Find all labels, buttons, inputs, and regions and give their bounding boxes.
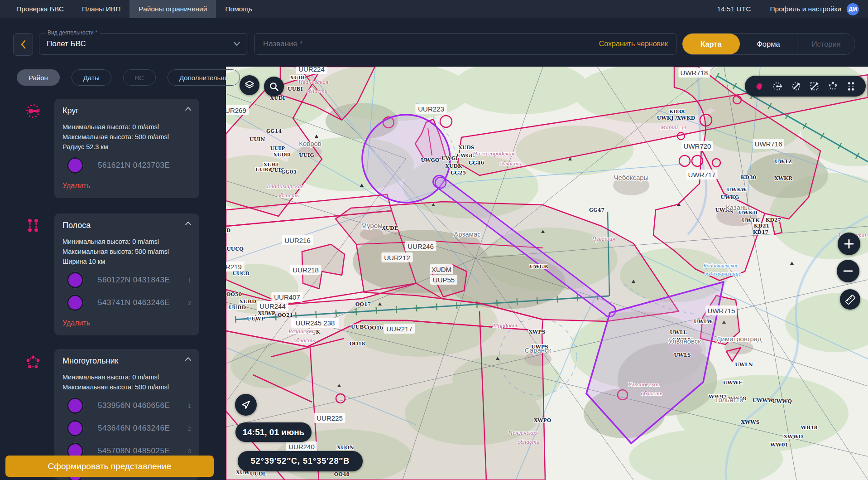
polygon-tool[interactable] xyxy=(826,79,839,93)
strip-zone-icon xyxy=(24,216,42,234)
map-search-button[interactable] xyxy=(264,77,284,97)
save-draft-button[interactable]: Сохранить черновик xyxy=(599,40,668,48)
color-swatch[interactable] xyxy=(67,295,83,311)
city-label: Чебоксары xyxy=(614,174,649,181)
zone-label: UWR718 xyxy=(681,69,708,77)
waypoint-label: XUDD xyxy=(273,152,290,158)
filter-chip[interactable]: ВС xyxy=(123,69,156,86)
card-info-line: Ширина 10 км xyxy=(62,257,191,267)
circle-tool[interactable] xyxy=(771,79,785,93)
card-points: 560122N 0431843E 1 543741N 0463246E 2 xyxy=(62,271,191,312)
name-field-placeholder: Название * xyxy=(263,39,302,48)
waypoint-label: UWKG xyxy=(721,194,739,200)
coordinate-value[interactable]: 533956N 0460656E xyxy=(98,401,170,410)
avatar[interactable]: ДМ xyxy=(847,3,859,15)
zoom-in-button[interactable] xyxy=(838,233,860,255)
navigation-arrow-icon xyxy=(240,399,251,410)
waypoint-label: UWGB xyxy=(530,264,548,270)
card-points: 561621N 0423703E xyxy=(62,156,191,175)
region-label: Пензенская xyxy=(508,429,537,436)
nav-tab[interactable]: Районы ограничений xyxy=(129,0,216,18)
filter-chips: Район Даты ВС Дополнительно xyxy=(17,69,240,86)
nav-tab[interactable]: Планы ИВП xyxy=(73,0,129,18)
color-swatch[interactable] xyxy=(67,398,83,414)
card-info-line: Максимальная высота: 500 m/amsl xyxy=(62,247,191,257)
measure-button[interactable] xyxy=(840,289,860,310)
coordinate-index: 2 xyxy=(188,300,191,306)
view-switch: Карта Форма История xyxy=(682,33,855,55)
zone-label: UUR212 xyxy=(384,254,410,262)
minus-icon xyxy=(843,266,854,276)
coordinate-value[interactable]: 543741N 0463246E xyxy=(98,298,170,307)
filter-chip[interactable]: Район xyxy=(17,69,60,86)
collapse-chevron-icon[interactable] xyxy=(185,357,191,361)
coordinate-index: 1 xyxy=(188,277,191,284)
delete-zone-button[interactable]: Удалить xyxy=(62,182,90,190)
name-field[interactable]: Название * Сохранить черновик xyxy=(254,33,676,55)
layers-button[interactable] xyxy=(240,75,259,95)
color-swatch[interactable] xyxy=(67,420,83,436)
waypoint-label: XUDK xyxy=(445,163,462,169)
generate-view-button[interactable]: Сформировать представление xyxy=(5,456,214,477)
card-info-line: Максимальная высота: 500 m/amsl xyxy=(62,382,191,392)
coordinate-value[interactable]: 560122N 0431843E xyxy=(98,276,170,285)
waypoint-label: XWKR xyxy=(774,175,792,181)
view-tab[interactable]: Карта xyxy=(682,34,740,54)
draw-rectangle-icon xyxy=(809,81,820,92)
coordinate-value[interactable]: 545708N 0485025E xyxy=(98,446,170,456)
view-tab[interactable]: Форма xyxy=(740,34,797,54)
profile-menu[interactable]: Профиль и настройки ДМ xyxy=(770,3,859,15)
utc-clock: 14:51 UTC xyxy=(717,5,751,13)
color-swatch[interactable] xyxy=(67,157,83,174)
view-tab[interactable]: История xyxy=(797,34,855,54)
zone-label: UUR218 xyxy=(293,266,319,274)
locate-button[interactable] xyxy=(235,394,257,416)
pan-tool[interactable] xyxy=(753,79,766,93)
region-label: Ивановская xyxy=(298,78,328,85)
zone-label: UUR224 xyxy=(298,67,325,73)
filter-chip[interactable]: Даты xyxy=(72,69,111,86)
waypoint-label: UWWW xyxy=(753,398,774,403)
waypoint-label: GG05 xyxy=(281,169,297,175)
coordinate-value[interactable]: 543646N 0463246E xyxy=(98,424,170,433)
delete-zone-button[interactable]: Удалить xyxy=(62,319,90,327)
ruler-icon xyxy=(844,294,856,305)
ellipse-tool[interactable] xyxy=(789,79,803,93)
nav-tab[interactable]: Помощь xyxy=(216,0,261,18)
card-title: Многоугольник xyxy=(62,356,191,366)
draw-ellipse-icon xyxy=(791,81,802,92)
coordinate-value[interactable]: 561621N 0423703E xyxy=(98,161,170,170)
nav-tab[interactable]: Проверка БВС xyxy=(7,0,73,18)
color-swatch[interactable] xyxy=(67,272,83,288)
collapse-chevron-icon[interactable] xyxy=(185,107,191,111)
map-coordinates-badge: 52°39′52″С, 51°35′28″В xyxy=(238,451,363,471)
waypoint-label: UUBG xyxy=(351,324,368,330)
waypoint-label: OO16 xyxy=(368,325,384,331)
coordinate-index: 2 xyxy=(188,425,191,432)
city-label: Ульяновск xyxy=(668,337,701,345)
card-info-lines: Минимальная высота: 0 m/amslМаксимальная… xyxy=(62,122,191,152)
zoom-out-button[interactable] xyxy=(837,260,859,282)
app-root: Проверка БВС Планы ИВП Районы ограничени… xyxy=(0,0,868,480)
waypoint-label: UUCB xyxy=(232,271,249,276)
profile-label: Профиль и настройки xyxy=(770,5,841,13)
waypoint-label: UUOL xyxy=(250,471,267,477)
region-label: Владимирская xyxy=(267,183,304,189)
card-info-line: Минимальная высота: 0 m/amsl xyxy=(62,122,191,132)
map-canvas[interactable]: UUR269UUR224UUR223UUR216UUR218UUR219UUR2… xyxy=(226,67,868,480)
waypoint-label: XWPS xyxy=(528,329,545,335)
rectangle-tool[interactable] xyxy=(808,79,821,93)
collapse-chevron-icon[interactable] xyxy=(185,222,191,225)
waypoint-label: GG47 xyxy=(589,207,604,213)
back-button[interactable] xyxy=(13,33,33,56)
strip-tool[interactable] xyxy=(844,79,858,93)
filter-chip[interactable]: Дополнительно xyxy=(168,69,240,86)
activity-select[interactable]: Вид деятельности * Полет БВС xyxy=(39,33,248,55)
waypoint-label: UWLW xyxy=(694,319,713,325)
waypoint-label: XUDS xyxy=(458,145,475,150)
card-info-lines: Минимальная высота: 0 m/amslМаксимальная… xyxy=(62,237,191,267)
region-label: область xyxy=(641,390,662,397)
top-navbar: Проверка БВС Планы ИВП Районы ограничени… xyxy=(0,0,868,18)
waypoint-label: WB18 xyxy=(801,425,818,431)
zone-card-strip: Полоса Минимальная высота: 0 m/amslМакси… xyxy=(54,213,199,335)
